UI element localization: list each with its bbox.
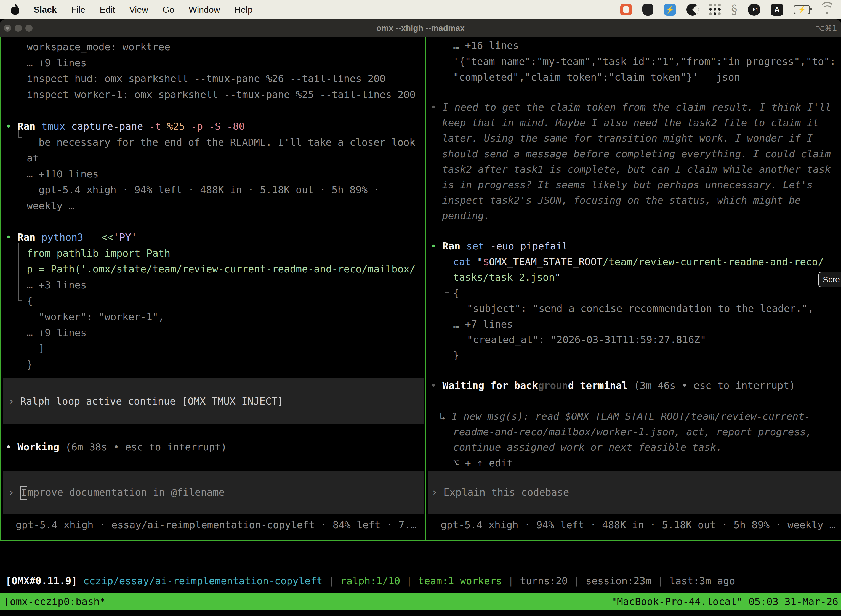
battery-app-icon[interactable]: ..61 (748, 4, 760, 16)
text-segment: /team/review-current-readme-and-reco/ (603, 256, 824, 267)
menu-item-view[interactable]: View (129, 5, 148, 15)
text-segment: (6m 38s • esc to interrupt) (65, 441, 227, 453)
window-shortcut-hint: ⌥⌘1 (816, 19, 837, 37)
input-source-icon[interactable]: A (771, 4, 783, 16)
text-segment: team:1 workers (418, 575, 502, 587)
left-prompt-input[interactable]: › Improve documentation in @filename (3, 471, 423, 514)
text-segment: from pathlib import Path (27, 248, 170, 259)
right-prompt-input[interactable]: › Explain this codebase (428, 471, 841, 514)
wifi-icon[interactable] (820, 5, 834, 15)
terminal-line: … +9 lines (0, 325, 425, 341)
text-segment: … +16 lines (453, 40, 519, 51)
battery-charging-icon[interactable]: ⚡ (794, 5, 810, 14)
screen-share-icon[interactable] (620, 4, 632, 15)
left-pane-hud[interactable]: workspace_mode: worktree… +9 linesinspec… (0, 37, 425, 541)
apple-menu-icon[interactable] (11, 5, 19, 15)
text-segment: inspect task2's JSON, focusing on the st… (442, 195, 801, 206)
text-segment: … +9 lines (27, 327, 86, 338)
text-segment: ralph:1/10 (340, 575, 400, 587)
squiggle-icon[interactable]: § (731, 4, 737, 16)
terminal-line: workspace_mode: worktree (0, 39, 425, 55)
text-segment: weekly … (27, 200, 75, 211)
output-elbow-icon (445, 252, 449, 293)
text-segment: turns:20 (520, 575, 568, 587)
app-menu-slack[interactable]: Slack (34, 5, 57, 15)
text-segment: • (6, 120, 18, 132)
mailbox-message-block: ↳ 1 new msg(s): read $OMX_TEAM_STATE_ROO… (426, 409, 841, 471)
waiting-status-line: • Waiting for background terminal (3m 46… (426, 378, 841, 393)
text-segment: Ralph loop active continue [OMX_TMUX_INJ… (20, 396, 283, 407)
text-segment: | (652, 575, 670, 587)
right-session-statusline: gpt-5.4 xhigh · 94% left · 488K in · 5.1… (426, 517, 841, 533)
text-segment: "created_at": "2026-03-31T11:59:27.816Z" (467, 334, 706, 345)
text-segment (77, 575, 84, 587)
text-segment: mprove documentation in @filename (27, 487, 224, 498)
text-segment: | (502, 575, 520, 587)
text-segment: -t (149, 120, 167, 132)
terminal-line: › Ralph loop active continue [OMX_TMUX_I… (3, 393, 423, 409)
tmux-panes: workspace_mode: worktree… +9 linesinspec… (0, 37, 841, 541)
text-segment: "worker": "worker-1", (39, 311, 164, 322)
text-segment: 1 new msg(s): read $OMX_TEAM_STATE_ROOT/… (451, 411, 810, 422)
terminal-line: • Ran python3 - <<'PY' (0, 229, 425, 245)
menu-item-window[interactable]: Window (189, 5, 220, 15)
text-segment: be necessary for the end of the README. … (39, 136, 415, 148)
text-segment: p = Path('.omx/state/team/review-current… (27, 263, 416, 274)
terminal-line: continue assigned work or next feasible … (426, 440, 841, 455)
text-segment: { (27, 295, 33, 307)
menu-item-go[interactable]: Go (163, 5, 174, 15)
text-segment: › (432, 487, 443, 498)
terminal-line: should send a message before completing … (426, 146, 841, 162)
text-segment: OMX_TEAM_STATE_ROOT (489, 256, 603, 267)
text-segment: later. Using the same for transition mig… (442, 132, 813, 144)
text-segment: pending. (442, 210, 490, 221)
text-segment: Explain this codebase (443, 487, 569, 498)
terminal-line: [OMX#0.11.9] cczip/essay/ai-reimplementa… (0, 573, 841, 589)
window-titlebar[interactable]: omx --xhigh --madmax ⌥⌘1 (0, 19, 841, 37)
terminal-line: at (0, 150, 425, 166)
terminal-line: from pathlib import Path (0, 245, 425, 261)
terminal-line: … +7 lines (426, 317, 841, 332)
terminal-line: "worker": "worker-1", (0, 309, 425, 325)
text-segment: %25 (167, 120, 191, 132)
terminal-line: } (426, 348, 841, 364)
dots-grid-icon[interactable] (709, 4, 721, 16)
text-segment: last:3m ago (670, 575, 735, 587)
thinking-block: • I need to get the claim token from the… (426, 100, 841, 224)
crescent-icon[interactable] (687, 4, 699, 16)
blue-badge-icon[interactable]: ⚡ (664, 4, 676, 16)
text-segment: • (431, 380, 442, 391)
text-segment: … +3 lines (27, 279, 86, 290)
text-segment: • (431, 101, 442, 113)
text-segment: › (8, 396, 20, 407)
terminal-line: "completed","claim_token":"claim-token"}… (426, 69, 841, 85)
text-segment: • (431, 241, 442, 252)
terminal-line: keep that in mind. Maybe I also need the… (426, 115, 841, 131)
terminal-line: … +3 lines (0, 277, 425, 293)
text-segment: - (89, 232, 101, 243)
working-status-line: • Working (6m 38s • esc to interrupt) (0, 439, 425, 455)
right-pane-worker[interactable]: … +16 lines'{"team_name":"my-team","task… (426, 37, 841, 541)
text-segment: "completed","claim_token":"claim-token"}… (453, 72, 740, 83)
menu-item-file[interactable]: File (71, 5, 85, 15)
text-segment: inspect_worker-1: omx sparkshell --tmux-… (27, 89, 416, 100)
text-segment: ⌥ + ↑ edit (453, 457, 513, 469)
terminal-line: ] (0, 340, 425, 356)
terminal-line: ↳ 1 new msg(s): read $OMX_TEAM_STATE_ROO… (426, 409, 841, 424)
left-session-statusline: gpt-5.4 xhigh · essay/ai-reimplementatio… (0, 517, 425, 533)
text-segment: cczip/essay/ai-reimplementation-copyleft (84, 575, 322, 587)
shield-grid-icon[interactable] (642, 4, 653, 16)
text-segment: [OMX#0.11.9] (6, 575, 77, 587)
terminal-line: weekly … (0, 198, 425, 214)
menu-item-help[interactable]: Help (234, 5, 253, 15)
text-segment: … +9 lines (27, 57, 86, 69)
inject-banner: › Ralph loop active continue [OMX_TMUX_I… (3, 378, 423, 424)
menu-item-edit[interactable]: Edit (100, 5, 115, 15)
terminal-line: … +110 lines (0, 166, 425, 182)
pane-divider[interactable] (425, 37, 426, 541)
text-segment: | (568, 575, 586, 587)
text-segment: … +110 lines (27, 168, 98, 180)
terminal-line: gpt-5.4 xhigh · 94% left · 488K in · 5.1… (426, 517, 841, 533)
tmux-status-bar[interactable]: [omx-cczip0:bash* "MacBook-Pro-44.local"… (0, 593, 841, 610)
text-segment: gpt-5.4 xhigh · 94% left · 488K in · 5.1… (39, 184, 379, 195)
